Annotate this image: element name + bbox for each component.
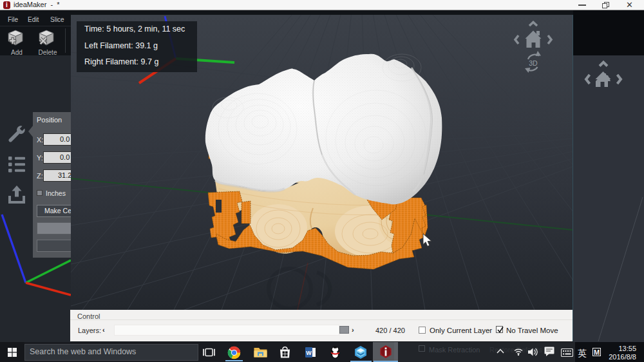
svg-text:3D: 3D bbox=[529, 59, 538, 67]
svg-text:W: W bbox=[306, 350, 312, 356]
